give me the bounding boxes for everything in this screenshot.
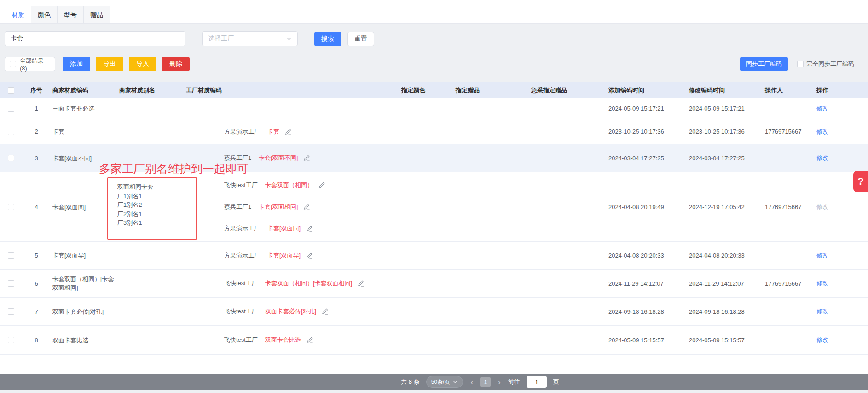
modify-link[interactable]: 修改 xyxy=(816,128,828,135)
edit-icon[interactable] xyxy=(318,182,325,188)
footer-strip xyxy=(0,390,868,393)
edit-icon[interactable] xyxy=(303,204,310,210)
delete-button[interactable]: 删除 xyxy=(162,57,190,71)
table-row: 7 双面卡套必传[对孔] 飞快test工厂 双面卡套必传[对孔] 2024-09… xyxy=(0,298,868,326)
page-size-select[interactable]: 50条/页 xyxy=(426,376,463,388)
row-checkbox[interactable] xyxy=(8,252,14,259)
row-checkbox[interactable] xyxy=(8,337,14,343)
row-checkbox[interactable] xyxy=(8,280,14,287)
edit-icon[interactable] xyxy=(285,129,291,135)
add-time: 2024-04-08 20:20:33 xyxy=(603,252,681,259)
factory-name: 方果演示工厂 xyxy=(224,128,260,136)
current-page-button[interactable]: 1 xyxy=(480,377,491,387)
factory-code-line: 飞快test工厂 双面卡套比选 xyxy=(224,336,385,344)
factory-code-value: 卡套[双面异] xyxy=(267,252,301,260)
col-header-merchant-code: 商家材质编码 xyxy=(51,86,117,94)
factory-code-value: 卡套 xyxy=(267,128,279,136)
tab-material[interactable]: 材质 xyxy=(5,6,31,23)
factory-code-line: 蔡兵工厂1 卡套[双面相同] xyxy=(224,203,385,211)
operator: 17769715667 xyxy=(759,128,814,135)
goto-label: 前往 xyxy=(508,378,520,386)
modify-link[interactable]: 修改 xyxy=(816,308,828,315)
add-button[interactable]: 添加 xyxy=(63,57,90,71)
merchant-code: 卡套[双面异] xyxy=(51,251,117,260)
modify-time: 2024-09-18 16:18:28 xyxy=(681,308,759,315)
factory-code-value: 卡套[双面不同] xyxy=(259,154,298,162)
tab-model[interactable]: 型号 xyxy=(58,6,84,23)
tab-color[interactable]: 颜色 xyxy=(31,6,58,23)
top-tab-strip: 材质 颜色 型号 赠品 xyxy=(0,0,868,24)
row-index: 2 xyxy=(22,128,51,135)
sync-factory-code-button[interactable]: 同步工厂编码 xyxy=(740,57,788,71)
modify-time: 2024-05-09 15:15:57 xyxy=(681,337,759,344)
col-header-gift: 指定赠品 xyxy=(440,86,495,94)
table-row: 8 双面卡套比选 飞快test工厂 双面卡套比选 2024-05-09 15:1… xyxy=(0,326,868,355)
row-index: 6 xyxy=(22,280,51,287)
edit-icon[interactable] xyxy=(358,280,364,287)
row-checkbox[interactable] xyxy=(8,106,14,112)
import-button[interactable]: 导入 xyxy=(129,57,156,71)
modify-link[interactable]: 修改 xyxy=(816,336,828,343)
factory-select[interactable]: 选择工厂 xyxy=(202,31,298,46)
modify-link[interactable]: 修改 xyxy=(816,280,828,287)
factory-code-value: 卡套[双面同] xyxy=(267,224,301,233)
col-header-color: 指定颜色 xyxy=(387,86,440,94)
row-index: 3 xyxy=(22,155,51,162)
modify-link[interactable]: 修改 xyxy=(816,203,828,210)
edit-icon[interactable] xyxy=(306,252,312,259)
export-button[interactable]: 导出 xyxy=(96,57,123,71)
chevron-down-icon xyxy=(452,379,458,385)
modify-link[interactable]: 修改 xyxy=(816,105,828,112)
all-results-label: 全部结果(8) xyxy=(20,57,50,72)
modify-time: 2024-04-08 20:20:33 xyxy=(681,252,759,259)
row-checkbox[interactable] xyxy=(8,155,14,161)
search-button[interactable]: 搜索 xyxy=(314,32,341,46)
factory-name: 方果演示工厂 xyxy=(224,224,260,233)
col-header-add-time: 添加编码时间 xyxy=(603,86,681,94)
modify-time: 2024-05-09 15:17:21 xyxy=(681,105,759,112)
modify-time: 2024-12-19 17:05:42 xyxy=(681,204,759,211)
row-checkbox[interactable] xyxy=(8,308,14,315)
merchant-code: 卡套双面（相同）[卡套双面相同] xyxy=(51,275,117,292)
col-header-merchant-alias: 商家材质别名 xyxy=(117,86,184,94)
merchant-code: 卡套 xyxy=(51,127,117,136)
reset-button[interactable]: 重置 xyxy=(347,32,374,46)
factory-code-value: 双面卡套必传[对孔] xyxy=(265,307,316,316)
edit-icon[interactable] xyxy=(306,225,312,232)
merchant-code: 双面卡套必传[对孔] xyxy=(51,307,117,316)
add-time: 2024-09-18 16:18:28 xyxy=(603,308,681,315)
edit-icon[interactable] xyxy=(322,308,328,315)
add-time: 2024-05-09 15:15:57 xyxy=(603,337,681,344)
row-index: 7 xyxy=(22,308,51,315)
prev-page-icon[interactable]: ‹ xyxy=(469,378,474,386)
edit-icon[interactable] xyxy=(307,337,313,343)
annotation-note: 多家工厂别名维护到一起即可 xyxy=(99,161,249,176)
full-sync-checkbox[interactable] xyxy=(797,61,804,67)
row-checkbox[interactable] xyxy=(8,204,14,210)
alias-line: 厂3别名1 xyxy=(117,218,196,228)
help-button[interactable]: ? xyxy=(853,171,868,192)
alias-line: 厂2别名1 xyxy=(117,210,196,219)
modify-link[interactable]: 修改 xyxy=(816,252,828,259)
tab-gift[interactable]: 赠品 xyxy=(84,6,110,23)
operator: 17769715667 xyxy=(759,204,814,211)
row-checkbox[interactable] xyxy=(8,129,14,135)
edit-icon[interactable] xyxy=(303,155,310,161)
factory-name: 蔡兵工厂1 xyxy=(224,203,251,211)
keyword-input[interactable] xyxy=(5,31,185,46)
factory-select-placeholder: 选择工厂 xyxy=(208,35,234,43)
next-page-icon[interactable]: › xyxy=(497,378,502,386)
col-header-urgent-gift: 急采指定赠品 xyxy=(495,86,603,94)
goto-page-input[interactable] xyxy=(527,376,547,388)
modify-time: 2024-11-29 14:12:07 xyxy=(681,280,759,287)
factory-code-value: 卡套双面（相同） xyxy=(265,181,313,189)
table-row: 1 三面卡套非必选 2024-05-09 15:17:21 2024-05-09… xyxy=(0,98,868,119)
pagination-bar: 共 8 条 50条/页 ‹ 1 › 前往 页 xyxy=(0,374,868,390)
page-size-value: 50条/页 xyxy=(431,378,450,386)
select-all-results-checkbox[interactable] xyxy=(10,61,16,67)
full-sync-label: 完全同步工厂编码 xyxy=(806,60,854,68)
select-all-checkbox[interactable] xyxy=(8,87,14,94)
factory-code-line: 飞快test工厂 卡套双面（相同） xyxy=(224,181,385,189)
modify-link[interactable]: 修改 xyxy=(816,154,828,161)
row-index: 1 xyxy=(22,105,51,112)
